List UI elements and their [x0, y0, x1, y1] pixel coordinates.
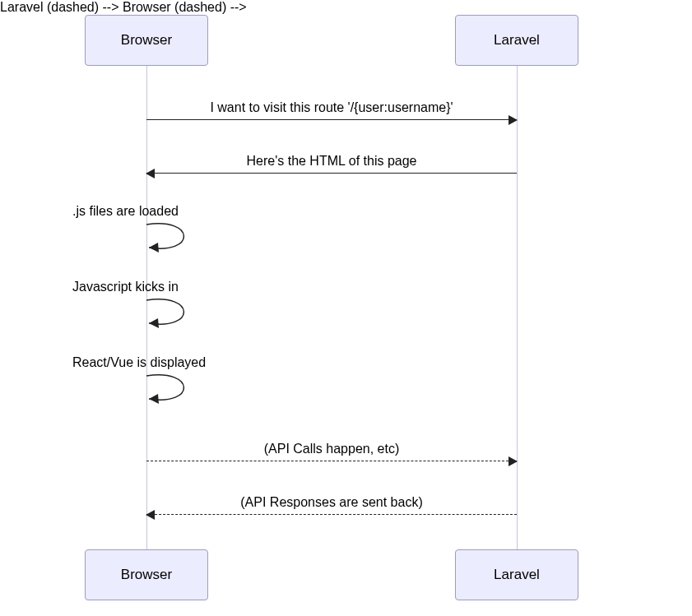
arrow-left-icon: [146, 169, 155, 178]
participant-label: Browser: [121, 567, 172, 583]
participant-browser-top: Browser: [85, 15, 208, 66]
participant-laravel-bottom: Laravel: [455, 549, 578, 600]
participant-browser-bottom: Browser: [85, 549, 208, 600]
arrow-right-icon: [509, 115, 518, 125]
message-js-kicks-in: Javascript kicks in: [64, 280, 278, 331]
message-react-vue-displayed: React/Vue is displayed: [64, 355, 278, 406]
message-label: React/Vue is displayed: [64, 355, 278, 370]
message-label: (API Calls happen, etc): [146, 442, 517, 456]
self-loop-icon: [64, 298, 204, 331]
message-label: Here's the HTML of this page: [146, 154, 517, 169]
svg-marker-2: [149, 394, 159, 404]
message-label: (API Responses are sent back): [146, 495, 517, 510]
message-js-loaded: .js files are loaded: [64, 204, 278, 255]
arrow-left-icon: [146, 510, 155, 520]
message-label: Javascript kicks in: [64, 280, 278, 294]
participant-label: Laravel: [494, 567, 540, 583]
sequence-diagram: Browser Laravel I want to visit this rou…: [0, 0, 692, 616]
lifeline-laravel: [517, 66, 518, 549]
message-visit-route: I want to visit this route '/{user:usern…: [146, 119, 517, 120]
message-api-calls: (API Calls happen, etc): [146, 461, 517, 461]
message-label: .js files are loaded: [64, 204, 278, 219]
svg-marker-1: [149, 318, 159, 328]
message-api-responses: (API Responses are sent back): [146, 514, 517, 515]
arrow-right-icon: [509, 456, 518, 466]
svg-marker-0: [149, 243, 159, 252]
participant-label: Laravel: [494, 32, 540, 49]
participant-label: Browser: [121, 32, 172, 49]
self-loop-icon: [64, 373, 204, 406]
message-html-response: Here's the HTML of this page: [146, 173, 517, 174]
self-loop-icon: [64, 222, 204, 255]
message-label: I want to visit this route '/{user:usern…: [146, 100, 517, 115]
participant-laravel-top: Laravel: [455, 15, 578, 66]
